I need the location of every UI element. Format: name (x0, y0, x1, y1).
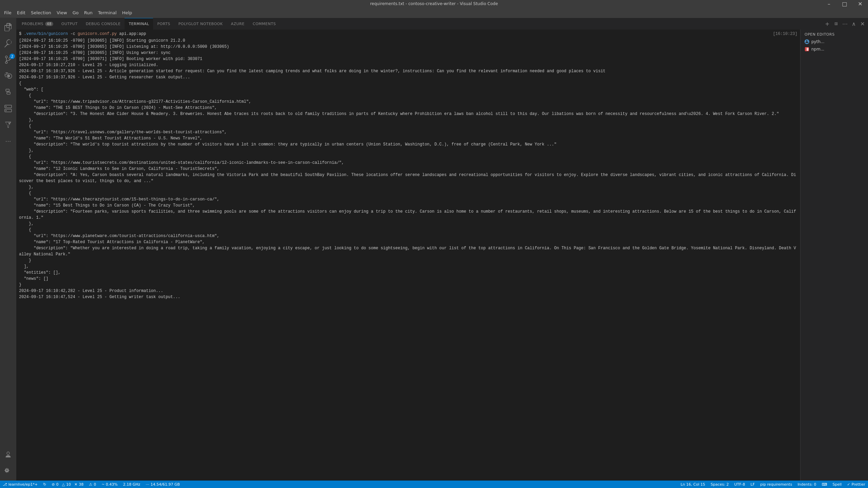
npm-file-label: npm... (811, 47, 824, 52)
terminal-command: $ .venv/bin/gunicorn -c gunicorn.conf.py… (19, 31, 146, 37)
tab-polyglot[interactable]: POLYGLOT NOTEBOOK (174, 18, 227, 30)
title-text: requirements.txt - contoso-creative-writ… (370, 1, 498, 6)
tab-terminal[interactable]: TERMINAL (125, 18, 153, 30)
prettier-check-icon: ✓ (847, 482, 850, 487)
menu-edit[interactable]: Edit (14, 9, 28, 17)
close-panel-button[interactable]: ✕ (858, 20, 867, 28)
eol-item[interactable]: LF (748, 482, 757, 487)
tab-output[interactable]: OUTPUT (57, 18, 82, 30)
remote-explorer-icon[interactable] (0, 100, 16, 117)
editor-area: PROBLEMS 48 OUTPUT DEBUG CONSOLE TERMINA… (16, 18, 868, 481)
branch-status-item[interactable]: ⎇ learnlive/ep1*+ (0, 481, 40, 488)
error-count: 0 (56, 482, 59, 487)
memory-usage: 14.54/61.97 GB (151, 482, 180, 487)
open-editor-npm[interactable]: npm... (800, 45, 868, 53)
status-bar: ⎇ learnlive/ep1*+ ↻ ⊘ 0 △ 10 ✕ 38 ⚠ 0 ~ … (0, 481, 868, 488)
menu-run[interactable]: Run (81, 9, 95, 17)
warning-icon: △ (62, 482, 65, 487)
watch-icon: ⚠ (89, 482, 92, 487)
tab-comments[interactable]: COMMENTS (249, 18, 280, 30)
menu-go[interactable]: Go (70, 9, 81, 17)
testing-icon[interactable] (0, 117, 16, 133)
cpu-status-item[interactable]: ~ 0.43% (99, 481, 120, 488)
more-icon[interactable]: ··· (0, 133, 16, 149)
indent-text: Spaces: 2 (711, 482, 729, 487)
activity-bar: 2 ··· (0, 18, 16, 481)
tab-debug-console[interactable]: DEBUG CONSOLE (82, 18, 125, 30)
cpu-frequency: 2.18 GHz (123, 482, 140, 487)
activity-bar-bottom (0, 447, 16, 481)
search-activity-icon[interactable] (0, 35, 16, 52)
status-bar-right: Ln 16, Col 15 Spaces: 2 UTF-8 LF pip req… (678, 482, 868, 487)
source-control-badge: 2 (10, 54, 15, 59)
source-control-icon[interactable]: 2 (0, 52, 16, 68)
maximize-panel-button[interactable]: ∧ (850, 20, 858, 28)
menu-help[interactable]: Help (119, 9, 135, 17)
run-debug-icon[interactable] (0, 68, 16, 84)
errors-status-item[interactable]: ⊘ 0 △ 10 ✕ 38 (49, 481, 86, 488)
maximize-button[interactable]: □ (837, 0, 852, 7)
tab-problems[interactable]: PROBLEMS 48 (18, 18, 57, 30)
watch-status-item[interactable]: ⚠ 0 (86, 481, 99, 488)
title-bar: requirements.txt - contoso-creative-writ… (0, 0, 868, 7)
terminal-log-lines: [2024-09-17 16:10:25 -0700] [303065] [IN… (19, 38, 797, 300)
prettier-text: Prettier (852, 482, 865, 487)
accounts-icon[interactable] (0, 447, 16, 463)
python-file-label: pyth... (811, 39, 824, 44)
svg-point-3 (6, 110, 7, 111)
keyboard-item[interactable]: ⌨ (819, 482, 830, 487)
language-text: pip requirements (760, 482, 792, 487)
error-icon: ⊘ (52, 482, 55, 487)
indents-text: Indents: 0 (797, 482, 816, 487)
split-terminal-button[interactable]: ⊞ (832, 20, 840, 28)
language-item[interactable]: pip requirements (757, 482, 795, 487)
terminal-output[interactable]: $ .venv/bin/gunicorn -c gunicorn.conf.py… (16, 30, 800, 481)
encoding-text: UTF-8 (734, 482, 745, 487)
spell-item[interactable]: Spell (830, 482, 844, 487)
watch-count: 0 (94, 482, 96, 487)
info-icon: ✕ (74, 482, 77, 487)
sync-icon: ↻ (43, 482, 46, 487)
menu-bar: File Edit Selection View Go Run Terminal… (0, 7, 868, 18)
cursor-position-text: Ln 16, Col 15 (681, 482, 705, 487)
title-bar-controls: – □ ✕ (821, 0, 868, 7)
panel-tabs-right: + ⊞ ⋯ ∧ ✕ (823, 20, 868, 28)
eol-text: LF (751, 482, 755, 487)
git-branch-icon: ⎇ (3, 482, 7, 487)
explorer-icon[interactable] (0, 19, 16, 35)
extensions-icon[interactable] (0, 84, 16, 100)
svg-point-2 (6, 106, 7, 107)
cursor-position-item[interactable]: Ln 16, Col 15 (678, 482, 708, 487)
sync-status-item[interactable]: ↻ (40, 481, 49, 488)
menu-view[interactable]: View (54, 9, 70, 17)
memory-ellipsis: ··· (146, 482, 149, 487)
panel-tabs: PROBLEMS 48 OUTPUT DEBUG CONSOLE TERMINA… (16, 18, 868, 30)
info-count: 38 (79, 482, 83, 487)
menu-terminal[interactable]: Terminal (95, 9, 119, 17)
encoding-item[interactable]: UTF-8 (732, 482, 748, 487)
terminal-timestamp: [16:10:23] (773, 31, 797, 37)
warning-count: 10 (66, 482, 71, 487)
minimize-button[interactable]: – (821, 0, 837, 7)
memory-item[interactable]: ··· 14.54/61.97 GB (143, 481, 183, 488)
close-button[interactable]: ✕ (852, 0, 868, 7)
menu-file[interactable]: File (1, 9, 14, 17)
indent-item[interactable]: Spaces: 2 (708, 482, 731, 487)
manage-icon[interactable] (0, 463, 16, 479)
spell-text: Spell (832, 482, 842, 487)
problems-badge: 48 (45, 22, 53, 26)
new-terminal-button[interactable]: + (823, 20, 831, 28)
prettier-item[interactable]: ✓ Prettier (844, 482, 868, 487)
branch-name: learnlive/ep1*+ (8, 482, 38, 487)
more-actions-button[interactable]: ⋯ (841, 20, 849, 28)
keyboard-icon: ⌨ (822, 482, 827, 487)
svg-rect-7 (807, 48, 808, 50)
tab-ports[interactable]: PORTS (153, 18, 174, 30)
tab-azure[interactable]: AZURE (227, 18, 249, 30)
right-panel: OPEN EDITORS pyth... npm... (800, 30, 868, 481)
cpu-freq-item[interactable]: 2.18 GHz (120, 481, 143, 488)
svg-rect-6 (806, 48, 807, 51)
indents-item[interactable]: Indents: 0 (795, 482, 819, 487)
menu-selection[interactable]: Selection (28, 9, 54, 17)
open-editor-python[interactable]: pyth... (800, 38, 868, 45)
